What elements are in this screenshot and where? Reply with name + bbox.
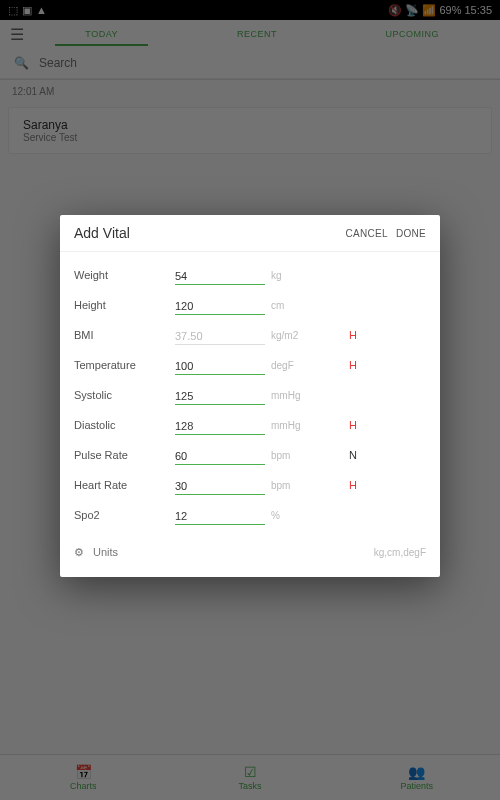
vital-flag: H bbox=[337, 479, 357, 491]
vital-label: BMI bbox=[74, 329, 169, 341]
vital-row: Heart RatebpmH bbox=[74, 470, 426, 500]
vital-label: Systolic bbox=[74, 389, 169, 401]
cancel-button[interactable]: CANCEL bbox=[346, 228, 388, 239]
done-button[interactable]: DONE bbox=[396, 228, 426, 239]
vital-input[interactable] bbox=[175, 508, 265, 525]
vital-flag: H bbox=[337, 419, 357, 431]
units-value: kg,cm,degF bbox=[374, 547, 426, 558]
add-vital-dialog: Add Vital CANCEL DONE WeightkgHeightcmBM… bbox=[60, 215, 440, 577]
vital-label: Pulse Rate bbox=[74, 449, 169, 461]
vital-label: Diastolic bbox=[74, 419, 169, 431]
vital-row: DiastolicmmHgH bbox=[74, 410, 426, 440]
vital-label: Spo2 bbox=[74, 509, 169, 521]
vital-unit: kg/m2 bbox=[271, 330, 331, 341]
dialog-title: Add Vital bbox=[74, 225, 130, 241]
vital-input[interactable] bbox=[175, 268, 265, 285]
vital-unit: kg bbox=[271, 270, 331, 281]
vital-input[interactable] bbox=[175, 448, 265, 465]
vital-row: Spo2% bbox=[74, 500, 426, 530]
vital-input[interactable] bbox=[175, 298, 265, 315]
vital-row: Pulse RatebpmN bbox=[74, 440, 426, 470]
vital-input[interactable] bbox=[175, 358, 265, 375]
vital-flag: N bbox=[337, 449, 357, 461]
vital-unit: % bbox=[271, 510, 331, 521]
units-row[interactable]: ⚙ Units kg,cm,degF bbox=[74, 546, 426, 559]
vital-unit: mmHg bbox=[271, 390, 331, 401]
vital-label: Height bbox=[74, 299, 169, 311]
vital-label: Weight bbox=[74, 269, 169, 281]
vital-input bbox=[175, 328, 265, 345]
dialog-body: WeightkgHeightcmBMIkg/m2HTemperaturedegF… bbox=[60, 252, 440, 577]
vital-label: Temperature bbox=[74, 359, 169, 371]
vital-flag: H bbox=[337, 329, 357, 341]
units-label: Units bbox=[93, 546, 118, 558]
vital-unit: degF bbox=[271, 360, 331, 371]
dialog-header: Add Vital CANCEL DONE bbox=[60, 215, 440, 252]
vital-label: Heart Rate bbox=[74, 479, 169, 491]
vital-unit: mmHg bbox=[271, 420, 331, 431]
vital-input[interactable] bbox=[175, 388, 265, 405]
vital-input[interactable] bbox=[175, 418, 265, 435]
vital-unit: bpm bbox=[271, 480, 331, 491]
vital-row: Heightcm bbox=[74, 290, 426, 320]
vital-unit: cm bbox=[271, 300, 331, 311]
vital-flag: H bbox=[337, 359, 357, 371]
vital-row: TemperaturedegFH bbox=[74, 350, 426, 380]
vital-input[interactable] bbox=[175, 478, 265, 495]
vital-row: SystolicmmHg bbox=[74, 380, 426, 410]
vital-row: BMIkg/m2H bbox=[74, 320, 426, 350]
vital-row: Weightkg bbox=[74, 260, 426, 290]
vital-unit: bpm bbox=[271, 450, 331, 461]
settings-icon: ⚙ bbox=[74, 546, 84, 558]
